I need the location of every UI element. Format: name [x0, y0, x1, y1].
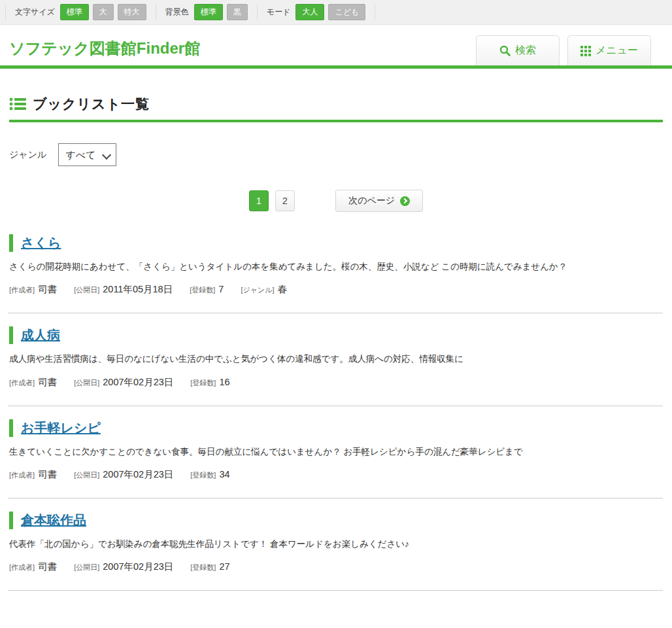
published-value: 2007年02月23日	[103, 561, 173, 573]
published-label: [公開日]	[74, 378, 99, 388]
header-accent-bar	[0, 65, 672, 69]
count-value: 27	[219, 561, 229, 572]
next-arrow-icon	[400, 196, 410, 206]
genre-select[interactable]: すべて	[58, 143, 116, 166]
accessibility-toolbar: 文字サイズ 標準 大 特大 背景色 標準 黒 モード 大人 こども	[0, 0, 672, 25]
menu-button-label: メニュー	[596, 44, 638, 58]
menu-button[interactable]: メニュー	[567, 35, 651, 65]
booklist-title-row: お手軽レシピ	[9, 419, 663, 437]
next-page-label: 次のページ	[348, 195, 395, 207]
booklist-meta: [作成者] 司書 [公開日] 2007年02月23日 [登録数] 16	[9, 376, 663, 389]
background-color-group: 背景色 標準 黒	[156, 5, 257, 20]
font-size-label: 文字サイズ	[15, 7, 55, 18]
booklist-title-row: さくら	[9, 234, 663, 252]
search-button-label: 検索	[515, 44, 536, 58]
booklist-title-link[interactable]: 倉本聡作品	[21, 512, 86, 529]
author-label: [作成者]	[9, 563, 35, 572]
count-value: 16	[219, 377, 229, 387]
main-content: ブックリスト一覧 ジャンル すべて 1 2 次のページ さくら さくらの開花時期…	[0, 95, 672, 591]
booklist-title-link[interactable]: 成人病	[21, 326, 60, 344]
booklist-title-link[interactable]: さくら	[21, 234, 61, 252]
booklist-title-row: 成人病	[9, 326, 663, 344]
mode-group: モード 大人 こども	[257, 5, 375, 20]
next-page-button[interactable]: 次のページ	[335, 190, 423, 212]
booklist-description: 代表作「北の国から」でお馴染みの倉本聡先生作品リストです！ 倉本ワールドをお楽し…	[9, 538, 663, 551]
genre-label: [ジャンル]	[241, 285, 274, 295]
booklist-meta: [作成者] 司書 [公開日] 2007年02月23日 [登録数] 34	[9, 468, 663, 481]
author-value: 司書	[38, 561, 57, 573]
booklist-description: 成人病や生活習慣病は、毎日のなにげない生活の中でふと気がつく体の違和感です。成人…	[9, 353, 663, 366]
pagination: 1 2 次のページ	[9, 190, 663, 212]
booklist-meta: [作成者] 司書 [公開日] 2011年05月18日 [登録数] 7 [ジャンル…	[9, 283, 663, 296]
published-label: [公開日]	[74, 563, 99, 572]
font-size-standard-button[interactable]: 標準	[60, 4, 89, 20]
mode-adult-button[interactable]: 大人	[295, 4, 324, 20]
genre-value: 春	[278, 283, 288, 296]
genre-filter-row: ジャンル すべて	[9, 143, 663, 166]
author-label: [作成者]	[9, 470, 35, 480]
published-value: 2007年02月23日	[103, 468, 173, 481]
booklist-description: 生きていくことに欠かすことのできない食事。毎日の献立に悩んではいませんか？ お手…	[9, 445, 663, 459]
title-accent-bar	[9, 512, 13, 529]
search-icon	[499, 45, 511, 56]
site-header: ソフテック図書館Finder館 検索 メニュー	[0, 25, 672, 65]
booklist-item: 倉本聡作品 代表作「北の国から」でお馴染みの倉本聡先生作品リストです！ 倉本ワー…	[9, 498, 663, 590]
booklist-title-row: 倉本聡作品	[9, 512, 663, 529]
page-title: ブックリスト一覧	[33, 95, 150, 113]
booklist-title-link[interactable]: お手軽レシピ	[21, 419, 101, 437]
author-label: [作成者]	[9, 378, 35, 388]
mode-label: モード	[267, 7, 291, 18]
menu-grid-icon	[580, 46, 591, 56]
booklist-item: さくら さくらの開花時期にあわせて、「さくら」というタイトルの本を集めてみました…	[9, 221, 663, 313]
count-value: 7	[218, 284, 224, 294]
published-value: 2007年02月23日	[103, 376, 173, 389]
font-size-xlarge-button[interactable]: 特大	[118, 4, 146, 20]
booklist-description: さくらの開花時期にあわせて、「さくら」というタイトルの本を集めてみました。桜の木…	[9, 260, 663, 273]
title-accent-bar	[9, 326, 13, 344]
list-icon	[9, 97, 26, 111]
search-button[interactable]: 検索	[476, 35, 560, 65]
count-label: [登録数]	[190, 563, 216, 572]
author-label: [作成者]	[9, 285, 35, 295]
author-value: 司書	[38, 283, 57, 296]
genre-filter-label: ジャンル	[9, 149, 46, 161]
title-accent-bar	[9, 419, 13, 437]
title-accent-bar	[9, 234, 13, 252]
published-value: 2011年05月18日	[103, 283, 173, 296]
author-value: 司書	[38, 468, 57, 481]
page-1-button[interactable]: 1	[249, 190, 269, 211]
font-size-group: 文字サイズ 標準 大 特大	[5, 5, 156, 20]
site-title-link[interactable]: ソフテック図書館Finder館	[9, 38, 200, 59]
count-label: [登録数]	[190, 470, 216, 480]
background-color-label: 背景色	[165, 7, 189, 18]
page-title-row: ブックリスト一覧	[9, 95, 663, 122]
count-label: [登録数]	[190, 378, 216, 388]
count-value: 34	[219, 469, 229, 480]
item-divider	[8, 590, 663, 591]
booklist: さくら さくらの開花時期にあわせて、「さくら」というタイトルの本を集めてみました…	[9, 221, 663, 591]
page-2-button[interactable]: 2	[275, 190, 295, 211]
count-label: [登録数]	[190, 285, 215, 295]
bg-black-button[interactable]: 黒	[227, 4, 248, 20]
published-label: [公開日]	[74, 285, 99, 295]
bg-standard-button[interactable]: 標準	[194, 4, 223, 20]
booklist-item: 成人病 成人病や生活習慣病は、毎日のなにげない生活の中でふと気がつく体の違和感で…	[9, 313, 663, 405]
booklist-meta: [作成者] 司書 [公開日] 2007年02月23日 [登録数] 27	[9, 561, 663, 573]
published-label: [公開日]	[74, 470, 99, 480]
font-size-large-button[interactable]: 大	[93, 4, 114, 20]
booklist-item: お手軽レシピ 生きていくことに欠かすことのできない食事。毎日の献立に悩んではいま…	[9, 406, 663, 498]
author-value: 司書	[38, 376, 57, 389]
mode-kids-button[interactable]: こども	[328, 4, 365, 20]
header-buttons: 検索 メニュー	[476, 35, 651, 65]
genre-select-wrap: すべて	[58, 143, 116, 166]
